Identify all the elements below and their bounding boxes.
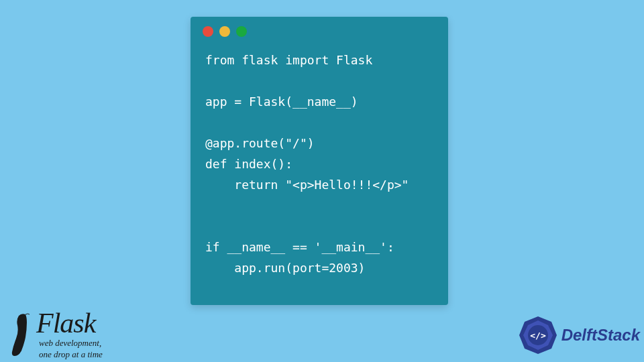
- close-icon: [203, 26, 213, 37]
- delftstack-logo: </> DelftStack: [518, 315, 640, 355]
- horn-icon: [5, 310, 35, 359]
- maximize-icon: [236, 26, 247, 37]
- code-window: from flask import Flask app = Flask(__na…: [191, 17, 448, 305]
- minimize-icon: [219, 26, 230, 37]
- flask-logo: Flask web development, one drop at a tim…: [5, 309, 103, 359]
- delftstack-badge-icon: </>: [518, 315, 558, 355]
- flask-text-block: Flask web development, one drop at a tim…: [36, 309, 103, 359]
- delftstack-text: DelftStack: [561, 326, 640, 345]
- flask-title: Flask: [36, 309, 103, 337]
- code-content: from flask import Flask app = Flask(__na…: [191, 41, 448, 292]
- flask-subtitle-1: web development,: [39, 339, 103, 348]
- window-titlebar: [191, 17, 448, 41]
- svg-text:</>: </>: [530, 330, 546, 341]
- flask-subtitle-2: one drop at a time: [39, 350, 103, 359]
